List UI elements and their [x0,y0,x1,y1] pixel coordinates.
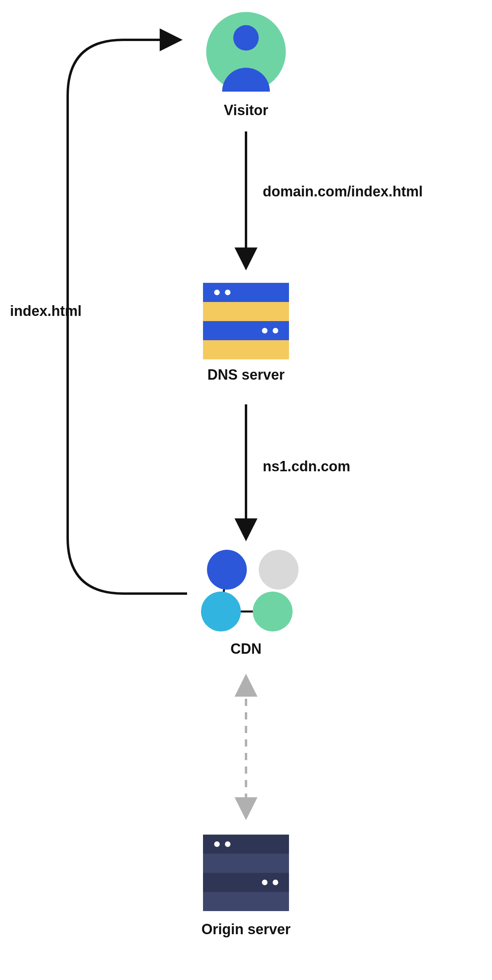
dns-server-icon [203,283,289,359]
origin-label: Origin server [0,921,492,938]
cdn-icon [201,550,299,631]
edge-label-dns-cdn: ns1.cdn.com [263,458,350,475]
dns-label: DNS server [0,367,492,383]
svg-point-21 [262,880,267,885]
svg-point-3 [214,290,220,295]
svg-point-8 [273,328,278,333]
diagram-stage: Visitor DNS server CDN Origin server dom… [0,0,492,980]
svg-rect-23 [203,892,289,911]
svg-rect-9 [203,340,289,359]
svg-point-18 [225,841,230,847]
arrow-cdn-to-visitor [68,40,187,594]
svg-point-14 [201,592,241,631]
svg-point-7 [262,328,267,333]
svg-point-4 [225,290,230,295]
svg-point-12 [207,550,247,590]
visitor-label: Visitor [0,102,492,119]
svg-point-1 [233,25,259,51]
svg-point-22 [273,880,278,885]
svg-point-17 [214,841,220,847]
visitor-icon [206,12,286,92]
edge-label-cdn-visitor: index.html [10,303,82,319]
cdn-label: CDN [0,641,492,657]
svg-rect-19 [203,854,289,873]
svg-point-13 [259,550,299,590]
origin-server-icon [203,835,289,911]
diagram-canvas [0,0,492,980]
svg-rect-5 [203,302,289,321]
edge-label-visitor-dns: domain.com/index.html [263,183,423,200]
svg-point-15 [253,592,293,631]
